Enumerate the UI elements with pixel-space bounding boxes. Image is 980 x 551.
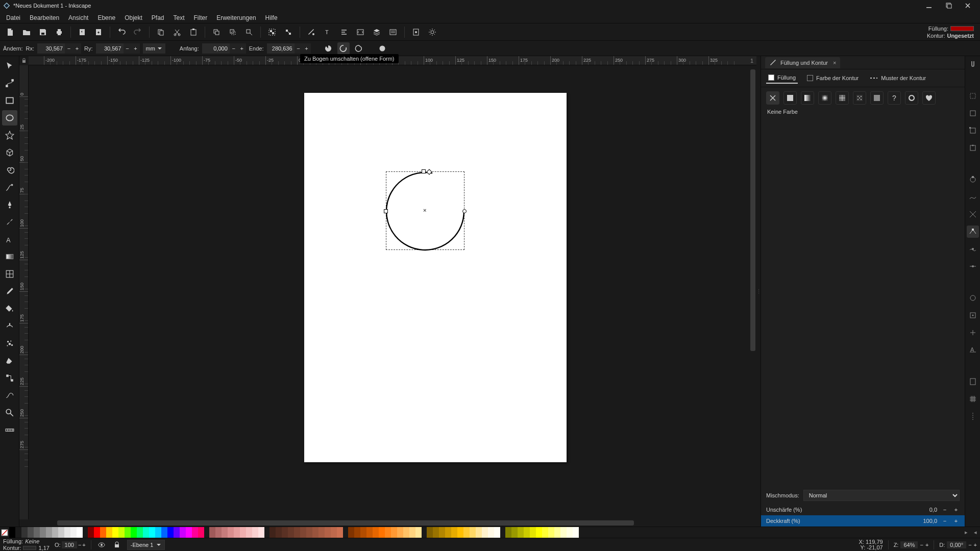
swatch[interactable]	[457, 527, 463, 538]
redo-button[interactable]	[131, 25, 145, 39]
selector-tool[interactable]	[2, 58, 17, 73]
lpe-tool[interactable]	[2, 388, 17, 403]
start-increment[interactable]: +	[238, 43, 246, 54]
cut-button[interactable]	[170, 25, 184, 39]
swatch[interactable]	[270, 527, 276, 538]
ungroup-button[interactable]	[281, 25, 296, 39]
snap-grid[interactable]	[967, 393, 979, 405]
menu-text[interactable]: Text	[169, 13, 189, 23]
box3d-tool[interactable]	[2, 145, 17, 160]
swatch[interactable]	[106, 527, 112, 538]
clone-button[interactable]	[226, 25, 240, 39]
snap-intersection[interactable]	[967, 208, 979, 220]
spray-tool[interactable]	[2, 336, 17, 351]
snap-page-border[interactable]	[967, 375, 979, 388]
blur-decrement[interactable]: −	[941, 506, 948, 513]
ruler-lock-icon[interactable]	[19, 56, 29, 65]
open-document-button[interactable]	[19, 25, 34, 39]
menu-erweiterungen[interactable]: Erweiterungen	[212, 13, 260, 23]
ry-input[interactable]	[96, 43, 124, 54]
paint-bucket-tool[interactable]	[2, 301, 17, 316]
swatch[interactable]	[252, 527, 258, 538]
no-paint-button[interactable]	[766, 91, 779, 105]
summary-stroke-value[interactable]: Ungesetzt	[947, 33, 974, 39]
color-palette[interactable]	[9, 527, 962, 538]
menu-filter[interactable]: Filter	[190, 13, 212, 23]
linear-gradient-button[interactable]	[801, 91, 814, 105]
layer-visibility-toggle[interactable]	[96, 540, 107, 550]
summary-fill-swatch[interactable]	[950, 26, 974, 31]
swatch[interactable]	[505, 527, 511, 538]
swatch[interactable]	[131, 527, 137, 538]
save-document-button[interactable]	[36, 25, 50, 39]
status-opacity-inc[interactable]: +	[82, 542, 85, 548]
menu-objekt[interactable]: Objekt	[120, 13, 146, 23]
swatch-button[interactable]	[870, 91, 884, 105]
swatch[interactable]	[137, 527, 143, 538]
zoom-tool[interactable]	[2, 405, 17, 420]
flat-color-button[interactable]	[783, 91, 797, 105]
unlink-clone-button[interactable]	[242, 25, 256, 39]
swatch[interactable]	[573, 527, 579, 538]
swatch[interactable]	[318, 527, 325, 538]
swatch[interactable]	[530, 527, 536, 538]
menu-pfad[interactable]: Pfad	[148, 13, 168, 23]
end-increment[interactable]: +	[303, 43, 311, 54]
swatch[interactable]	[391, 527, 397, 538]
swatch[interactable]	[554, 527, 560, 538]
swatch[interactable]	[294, 527, 300, 538]
status-fill-value[interactable]: Keine	[25, 538, 39, 544]
rotate-ccw-button[interactable]: −	[968, 542, 971, 548]
mesh-tool[interactable]	[2, 266, 17, 282]
text-dialog-button[interactable]: T	[321, 25, 335, 39]
swatch[interactable]	[312, 527, 318, 538]
swatch[interactable]	[494, 527, 500, 538]
swatch[interactable]	[379, 527, 385, 538]
palette-scroll-right[interactable]: ▸	[962, 527, 971, 538]
rotate-cw-button[interactable]: +	[974, 542, 977, 548]
node-tool[interactable]	[2, 76, 17, 91]
swatch[interactable]	[536, 527, 542, 538]
snap-bbox-midpoint[interactable]	[967, 142, 979, 154]
window-close-button[interactable]	[959, 1, 977, 11]
swatch[interactable]	[21, 527, 28, 538]
rotation-center-marker[interactable]: ×	[423, 207, 426, 213]
radial-gradient-button[interactable]	[818, 91, 831, 105]
snap-bbox-corner[interactable]	[967, 124, 979, 137]
unset-paint-button[interactable]	[905, 91, 918, 105]
swatch[interactable]	[337, 527, 343, 538]
snap-other-toggle[interactable]	[967, 292, 979, 304]
end-decrement[interactable]: −	[295, 43, 303, 54]
opacity-decrement[interactable]: −	[941, 517, 948, 524]
swatch[interactable]	[15, 527, 21, 538]
rx-increment[interactable]: +	[73, 43, 81, 54]
opacity-increment[interactable]: +	[952, 517, 960, 524]
swatch[interactable]	[360, 527, 366, 538]
menu-ebene[interactable]: Ebene	[93, 13, 119, 23]
rx-decrement[interactable]: −	[65, 43, 73, 54]
swatch[interactable]	[125, 527, 131, 538]
snap-path[interactable]	[967, 191, 979, 203]
swatch[interactable]	[451, 527, 457, 538]
connector-tool[interactable]	[2, 370, 17, 386]
unknown-paint-button[interactable]: ?	[888, 91, 901, 105]
dropper-tool[interactable]	[2, 284, 17, 299]
snap-bbox-toggle[interactable]	[967, 90, 979, 102]
text-tool[interactable]: A	[2, 232, 17, 247]
swatch[interactable]	[198, 527, 204, 538]
pattern-button[interactable]	[853, 91, 866, 105]
duplicate-button[interactable]	[209, 25, 224, 39]
fill-subtab[interactable]: Füllung	[766, 72, 798, 84]
snap-object-center[interactable]	[967, 309, 979, 321]
swatch[interactable]	[488, 527, 494, 538]
object-properties-button[interactable]	[386, 25, 400, 39]
xml-editor-button[interactable]	[353, 25, 368, 39]
swatch[interactable]	[222, 527, 228, 538]
swatch[interactable]	[348, 527, 354, 538]
swatch[interactable]	[470, 527, 476, 538]
arc-mode-button[interactable]	[337, 42, 350, 55]
swatch[interactable]	[9, 527, 15, 538]
make-whole-button[interactable]	[376, 42, 388, 55]
start-input[interactable]	[202, 43, 230, 54]
copy-button[interactable]	[154, 25, 168, 39]
